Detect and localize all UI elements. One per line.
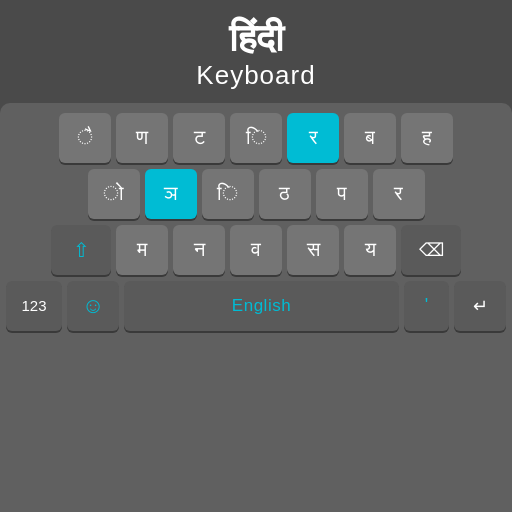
comma-icon: ' <box>425 295 428 316</box>
key-i[interactable]: ि <box>230 113 282 163</box>
key-row-1: ै ण ट ि र ब ह <box>6 113 506 163</box>
app-title-keyboard: Keyboard <box>10 60 502 91</box>
key-va[interactable]: व <box>230 225 282 275</box>
key-row-2: ो ञ ि ठ प र <box>6 169 506 219</box>
key-pa[interactable]: प <box>316 169 368 219</box>
key-123-button[interactable]: 123 <box>6 281 62 331</box>
key-ai[interactable]: ै <box>59 113 111 163</box>
key-sa[interactable]: स <box>287 225 339 275</box>
app-title-hindi: हिंदी <box>10 18 502 60</box>
key-ta[interactable]: ट <box>173 113 225 163</box>
emoji-button[interactable]: ☺ <box>67 281 119 331</box>
shift-icon: ⇧ <box>73 238 90 262</box>
key-o[interactable]: ो <box>88 169 140 219</box>
key-ra2[interactable]: र <box>373 169 425 219</box>
key-tha[interactable]: ठ <box>259 169 311 219</box>
key-i2[interactable]: ि <box>202 169 254 219</box>
comma-button[interactable]: ' <box>404 281 449 331</box>
key-ra[interactable]: र <box>287 113 339 163</box>
key-ma[interactable]: म <box>116 225 168 275</box>
keyboard-area: ै ण ट ि र ब ह ो ञ ि ठ प र ⇧ म न व स य ⌫ … <box>0 103 512 512</box>
key-ba[interactable]: ब <box>344 113 396 163</box>
app-header: हिंदी Keyboard <box>0 0 512 103</box>
emoji-icon: ☺ <box>82 293 104 319</box>
shift-button[interactable]: ⇧ <box>51 225 111 275</box>
key-row-3: ⇧ म न व स य ⌫ <box>6 225 506 275</box>
english-label: English <box>232 296 291 316</box>
key-nya[interactable]: ञ <box>145 169 197 219</box>
enter-button[interactable]: ↵ <box>454 281 506 331</box>
english-button[interactable]: English <box>124 281 399 331</box>
enter-icon: ↵ <box>473 295 488 317</box>
backspace-icon: ⌫ <box>419 239 444 261</box>
backspace-button[interactable]: ⌫ <box>401 225 461 275</box>
key-na2[interactable]: न <box>173 225 225 275</box>
key-ya[interactable]: य <box>344 225 396 275</box>
key-na[interactable]: ण <box>116 113 168 163</box>
key-ha[interactable]: ह <box>401 113 453 163</box>
key-row-4: 123 ☺ English ' ↵ <box>6 281 506 331</box>
